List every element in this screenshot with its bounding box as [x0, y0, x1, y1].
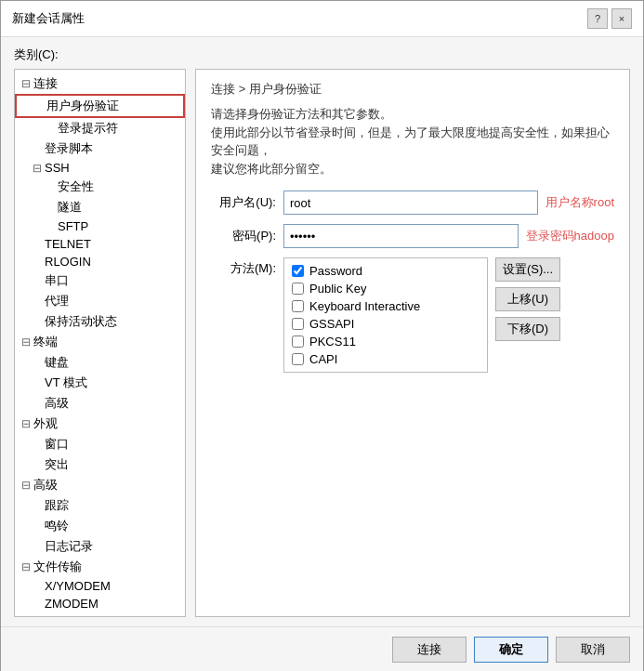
tree-expand-appearance: ⊟ — [19, 417, 33, 430]
tree-label-advanced2: 高级 — [33, 477, 58, 493]
title-bar: 新建会话属性 ? × — [1, 1, 643, 37]
tree-item-login-prompt[interactable]: 登录提示符 — [15, 118, 185, 138]
tree-item-window[interactable]: 窗口 — [15, 434, 185, 454]
tree-label-zmodem: ZMODEM — [45, 597, 99, 611]
tree-label-trace: 跟踪 — [45, 497, 69, 514]
dialog-title: 新建会话属性 — [12, 10, 85, 27]
method-label-keyboard: Keyboard Interactive — [309, 299, 420, 313]
tree-item-xymodem[interactable]: X/YMODEM — [15, 577, 185, 595]
tree-label-filetransfer: 文件传输 — [33, 559, 82, 575]
tree-label-xymodem: X/YMODEM — [45, 579, 111, 593]
dialog-footer: 连接 确定 取消 — [1, 626, 643, 671]
password-label: 密码(P): — [211, 228, 276, 244]
method-checkbox-capi[interactable] — [292, 353, 304, 365]
password-annotation: 登录密码hadoop — [526, 228, 614, 244]
tree-item-keyboard[interactable]: 键盘 — [15, 352, 185, 373]
tree-item-log[interactable]: 日志记录 — [15, 536, 185, 557]
method-checkbox-publickey[interactable] — [292, 283, 304, 295]
tree-label-keepalive: 保持活动状态 — [45, 313, 117, 330]
dialog-body: 类别(C): ⊟连接用户身份验证登录提示符登录脚本⊟SSH安全性隧道SFTPTE… — [1, 37, 643, 626]
username-row: 用户名(U): 用户名称root — [211, 191, 614, 215]
tree-label-log: 日志记录 — [45, 538, 93, 555]
tree-item-port[interactable]: 串口 — [15, 270, 185, 291]
method-label-pkcs11: PKCS11 — [309, 335, 356, 349]
method-label-gssapi: GSSAPI — [309, 317, 354, 331]
breadcrumb-item-1: 连接 — [211, 82, 235, 96]
tree-item-appearance[interactable]: ⊟外观 — [15, 414, 185, 434]
method-buttons: 设置(S)... 上移(U) 下移(D) — [495, 257, 560, 373]
tree-item-trace[interactable]: 跟踪 — [15, 495, 185, 516]
method-item-gssapi[interactable]: GSSAPI — [292, 317, 480, 331]
tree-item-filetransfer[interactable]: ⊟文件传输 — [15, 557, 185, 577]
method-item-pkcs11[interactable]: PKCS11 — [292, 335, 480, 349]
tree-label-terminal: 终端 — [33, 334, 58, 350]
method-checkbox-password[interactable] — [292, 265, 304, 277]
method-checkbox-gssapi[interactable] — [292, 318, 304, 330]
tree-item-highlight[interactable]: 突出 — [15, 454, 185, 475]
description-line1: 请选择身份验证方法和其它参数。 — [211, 105, 614, 124]
help-button[interactable]: ? — [587, 8, 608, 29]
tree-label-ssh: SSH — [45, 161, 70, 175]
tree-label-telnet: TELNET — [45, 237, 91, 251]
tree-item-advanced[interactable]: 高级 — [15, 393, 185, 414]
move-down-button[interactable]: 下移(D) — [495, 317, 560, 341]
method-item-keyboard[interactable]: Keyboard Interactive — [292, 299, 480, 313]
tree-label-highlight: 突出 — [45, 456, 69, 473]
tree-label-vt-mode: VT 模式 — [45, 375, 87, 391]
tree-item-tunnel[interactable]: 隧道 — [15, 197, 185, 217]
password-input[interactable] — [283, 224, 519, 248]
method-checkbox-keyboard[interactable] — [292, 300, 304, 312]
tree-item-security[interactable]: 安全性 — [15, 177, 185, 197]
method-row: 方法(M): PasswordPublic KeyKeyboard Intera… — [211, 257, 614, 373]
category-label: 类别(C): — [14, 46, 630, 63]
tree-expand-connect: ⊟ — [19, 77, 33, 90]
tree-item-ssh[interactable]: ⊟SSH — [15, 159, 185, 177]
tree-label-appearance: 外观 — [33, 415, 58, 432]
tree-label-security: 安全性 — [58, 178, 94, 195]
tree-item-terminal[interactable]: ⊟终端 — [15, 332, 185, 352]
tree-panel: ⊟连接用户身份验证登录提示符登录脚本⊟SSH安全性隧道SFTPTELNETRLO… — [14, 69, 186, 617]
tree-label-window: 窗口 — [45, 436, 69, 453]
tree-item-sftp[interactable]: SFTP — [15, 217, 185, 235]
cancel-button[interactable]: 取消 — [556, 637, 630, 663]
method-checkbox-pkcs11[interactable] — [292, 336, 304, 348]
method-box: PasswordPublic KeyKeyboard InteractiveGS… — [283, 257, 488, 373]
close-button[interactable]: × — [611, 8, 632, 29]
content-panel: 连接 > 用户身份验证 请选择身份验证方法和其它参数。 使用此部分以节省登录时间… — [195, 69, 630, 617]
tree-item-auth[interactable]: 用户身份验证 — [15, 94, 185, 118]
connect-button[interactable]: 连接 — [392, 637, 467, 663]
tree-label-sftp: SFTP — [58, 219, 88, 233]
method-item-capi[interactable]: CAPI — [292, 352, 480, 366]
dialog: 新建会话属性 ? × 类别(C): ⊟连接用户身份验证登录提示符登录脚本⊟SSH… — [0, 0, 644, 671]
username-label: 用户名(U): — [211, 194, 276, 211]
tree-item-zmodem[interactable]: ZMODEM — [15, 595, 185, 612]
description: 请选择身份验证方法和其它参数。 使用此部分以节省登录时间，但是，为了最大限度地提… — [211, 105, 614, 178]
method-box-wrap: PasswordPublic KeyKeyboard InteractiveGS… — [283, 257, 560, 373]
breadcrumb-separator: > — [239, 82, 249, 96]
tree-label-login-script: 登录脚本 — [45, 140, 93, 157]
tree-item-advanced2[interactable]: ⊟高级 — [15, 475, 185, 495]
move-up-button[interactable]: 上移(U) — [495, 287, 560, 311]
tree-item-keepalive[interactable]: 保持活动状态 — [15, 311, 185, 332]
tree-label-bell: 鸣铃 — [45, 518, 69, 534]
tree-expand-terminal: ⊟ — [19, 336, 33, 349]
method-label-capi: CAPI — [309, 352, 337, 366]
tree-item-vt-mode[interactable]: VT 模式 — [15, 373, 185, 393]
method-item-password[interactable]: Password — [292, 264, 480, 278]
tree-expand-advanced2: ⊟ — [19, 479, 33, 492]
tree-item-proxy[interactable]: 代理 — [15, 291, 185, 311]
tree-item-bell[interactable]: 鸣铃 — [15, 516, 185, 536]
method-label-publickey: Public Key — [309, 282, 366, 296]
tree-label-connect: 连接 — [33, 75, 58, 92]
method-item-publickey[interactable]: Public Key — [292, 282, 480, 296]
settings-button[interactable]: 设置(S)... — [495, 257, 560, 282]
username-annotation: 用户名称root — [545, 194, 614, 211]
breadcrumb: 连接 > 用户身份验证 — [211, 81, 614, 98]
tree-item-rlogin[interactable]: RLOGIN — [15, 253, 185, 270]
tree-item-login-script[interactable]: 登录脚本 — [15, 138, 185, 159]
tree-item-connect[interactable]: ⊟连接 — [15, 73, 185, 94]
tree-label-login-prompt: 登录提示符 — [58, 120, 118, 137]
username-input[interactable] — [283, 191, 538, 215]
ok-button[interactable]: 确定 — [474, 637, 548, 663]
tree-item-telnet[interactable]: TELNET — [15, 235, 185, 253]
